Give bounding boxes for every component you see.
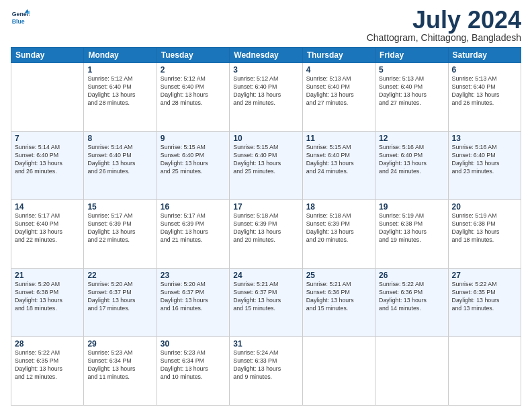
day-number: 17 [233,202,298,212]
day-info: Sunrise: 5:17 AM Sunset: 6:39 PM Dayligh… [161,212,226,244]
header-row: Sunday Monday Tuesday Wednesday Thursday… [11,48,521,63]
day-number: 27 [452,271,517,280]
table-row: 10Sunrise: 5:15 AM Sunset: 6:40 PM Dayli… [230,132,302,200]
day-number: 22 [87,271,152,280]
table-row: 1Sunrise: 5:12 AM Sunset: 6:40 PM Daylig… [84,63,157,132]
day-info: Sunrise: 5:15 AM Sunset: 6:40 PM Dayligh… [161,144,226,176]
day-number: 5 [379,65,444,75]
day-info: Sunrise: 5:12 AM Sunset: 6:40 PM Dayligh… [161,75,226,107]
day-number: 18 [306,202,371,212]
day-number: 31 [233,339,298,349]
day-info: Sunrise: 5:23 AM Sunset: 6:34 PM Dayligh… [161,349,226,381]
day-info: Sunrise: 5:15 AM Sunset: 6:40 PM Dayligh… [233,144,298,176]
day-number: 25 [306,271,371,280]
day-info: Sunrise: 5:16 AM Sunset: 6:40 PM Dayligh… [452,144,517,176]
table-row: 5Sunrise: 5:13 AM Sunset: 6:40 PM Daylig… [375,63,448,132]
day-info: Sunrise: 5:17 AM Sunset: 6:40 PM Dayligh… [15,212,80,244]
header: General Blue July 2024 Chattogram, Chitt… [11,8,521,43]
logo-icon: General Blue [11,8,30,27]
table-row: 15Sunrise: 5:17 AM Sunset: 6:39 PM Dayli… [84,200,157,269]
day-info: Sunrise: 5:12 AM Sunset: 6:40 PM Dayligh… [233,75,298,107]
day-number: 16 [161,202,226,212]
day-info: Sunrise: 5:22 AM Sunset: 6:36 PM Dayligh… [379,281,444,313]
day-number: 14 [15,202,80,212]
col-saturday: Saturday [448,48,521,63]
table-row: 29Sunrise: 5:23 AM Sunset: 6:34 PM Dayli… [84,337,157,406]
day-info: Sunrise: 5:12 AM Sunset: 6:40 PM Dayligh… [87,75,152,107]
table-row: 12Sunrise: 5:16 AM Sunset: 6:40 PM Dayli… [375,132,448,200]
table-row: 18Sunrise: 5:18 AM Sunset: 6:39 PM Dayli… [302,200,375,269]
table-row [302,337,375,406]
calendar-week-row: 28Sunrise: 5:22 AM Sunset: 6:35 PM Dayli… [11,337,521,406]
calendar-week-row: 7Sunrise: 5:14 AM Sunset: 6:40 PM Daylig… [11,132,521,200]
table-row: 23Sunrise: 5:20 AM Sunset: 6:37 PM Dayli… [157,269,229,337]
table-row: 4Sunrise: 5:13 AM Sunset: 6:40 PM Daylig… [302,63,375,132]
table-row: 16Sunrise: 5:17 AM Sunset: 6:39 PM Dayli… [157,200,229,269]
col-monday: Monday [84,48,157,63]
calendar-week-row: 1Sunrise: 5:12 AM Sunset: 6:40 PM Daylig… [11,63,521,132]
calendar-week-row: 21Sunrise: 5:20 AM Sunset: 6:38 PM Dayli… [11,269,521,337]
logo: General Blue [11,8,30,27]
title-block: July 2024 Chattogram, Chittagong, Bangla… [367,8,521,43]
day-number: 3 [233,65,298,75]
day-info: Sunrise: 5:13 AM Sunset: 6:40 PM Dayligh… [306,75,371,107]
table-row [375,337,448,406]
table-row [448,337,521,406]
day-number: 9 [161,134,226,143]
day-number: 15 [87,202,152,212]
day-info: Sunrise: 5:19 AM Sunset: 6:38 PM Dayligh… [452,212,517,244]
day-number: 8 [87,134,152,143]
day-number: 6 [452,65,517,75]
page: General Blue July 2024 Chattogram, Chitt… [0,0,532,411]
day-number: 26 [379,271,444,280]
day-number: 23 [161,271,226,280]
table-row: 21Sunrise: 5:20 AM Sunset: 6:38 PM Dayli… [11,269,84,337]
table-row: 26Sunrise: 5:22 AM Sunset: 6:36 PM Dayli… [375,269,448,337]
table-row: 17Sunrise: 5:18 AM Sunset: 6:39 PM Dayli… [230,200,302,269]
day-info: Sunrise: 5:22 AM Sunset: 6:35 PM Dayligh… [452,281,517,313]
table-row: 11Sunrise: 5:15 AM Sunset: 6:40 PM Dayli… [302,132,375,200]
day-number: 30 [161,339,226,349]
day-info: Sunrise: 5:19 AM Sunset: 6:38 PM Dayligh… [379,212,444,244]
day-info: Sunrise: 5:20 AM Sunset: 6:38 PM Dayligh… [15,281,80,313]
table-row: 22Sunrise: 5:20 AM Sunset: 6:37 PM Dayli… [84,269,157,337]
col-wednesday: Wednesday [230,48,302,63]
day-number: 19 [379,202,444,212]
day-number: 7 [15,134,80,143]
table-row: 8Sunrise: 5:14 AM Sunset: 6:40 PM Daylig… [84,132,157,200]
day-number: 29 [87,339,152,349]
day-info: Sunrise: 5:20 AM Sunset: 6:37 PM Dayligh… [87,281,152,313]
day-number: 11 [306,134,371,143]
table-row: 7Sunrise: 5:14 AM Sunset: 6:40 PM Daylig… [11,132,84,200]
table-row: 6Sunrise: 5:13 AM Sunset: 6:40 PM Daylig… [448,63,521,132]
day-info: Sunrise: 5:18 AM Sunset: 6:39 PM Dayligh… [306,212,371,244]
day-number: 2 [161,65,226,75]
table-row: 2Sunrise: 5:12 AM Sunset: 6:40 PM Daylig… [157,63,229,132]
calendar-table: Sunday Monday Tuesday Wednesday Thursday… [11,47,521,406]
day-number: 20 [452,202,517,212]
day-info: Sunrise: 5:18 AM Sunset: 6:39 PM Dayligh… [233,212,298,244]
col-sunday: Sunday [11,48,84,63]
calendar-week-row: 14Sunrise: 5:17 AM Sunset: 6:40 PM Dayli… [11,200,521,269]
col-thursday: Thursday [302,48,375,63]
day-info: Sunrise: 5:20 AM Sunset: 6:37 PM Dayligh… [161,281,226,313]
day-info: Sunrise: 5:21 AM Sunset: 6:37 PM Dayligh… [233,281,298,313]
table-row: 13Sunrise: 5:16 AM Sunset: 6:40 PM Dayli… [448,132,521,200]
day-number: 10 [233,134,298,143]
day-info: Sunrise: 5:13 AM Sunset: 6:40 PM Dayligh… [452,75,517,107]
calendar-subtitle: Chattogram, Chittagong, Bangladesh [367,32,521,43]
day-number: 28 [15,339,80,349]
day-info: Sunrise: 5:15 AM Sunset: 6:40 PM Dayligh… [306,144,371,176]
day-number: 24 [233,271,298,280]
day-info: Sunrise: 5:23 AM Sunset: 6:34 PM Dayligh… [87,349,152,381]
day-info: Sunrise: 5:16 AM Sunset: 6:40 PM Dayligh… [379,144,444,176]
day-info: Sunrise: 5:21 AM Sunset: 6:36 PM Dayligh… [306,281,371,313]
table-row [11,63,84,132]
day-number: 4 [306,65,371,75]
table-row: 3Sunrise: 5:12 AM Sunset: 6:40 PM Daylig… [230,63,302,132]
day-info: Sunrise: 5:22 AM Sunset: 6:35 PM Dayligh… [15,349,80,381]
calendar-title: July 2024 [367,8,521,32]
table-row: 31Sunrise: 5:24 AM Sunset: 6:33 PM Dayli… [230,337,302,406]
col-tuesday: Tuesday [157,48,229,63]
day-info: Sunrise: 5:13 AM Sunset: 6:40 PM Dayligh… [379,75,444,107]
